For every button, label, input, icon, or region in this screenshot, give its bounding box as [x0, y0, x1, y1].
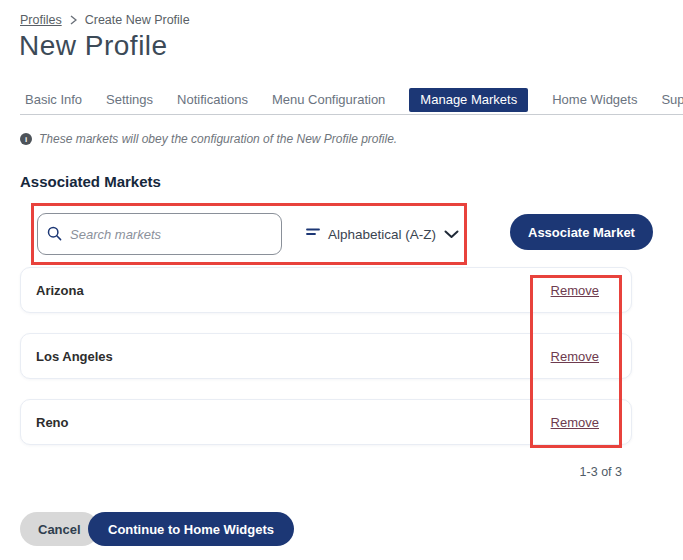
page-title: New Profile	[19, 30, 168, 62]
breadcrumb-link-profiles[interactable]: Profiles	[20, 13, 62, 27]
search-field-wrap	[37, 213, 282, 255]
remove-link[interactable]: Remove	[551, 415, 599, 430]
tab-home-widgets[interactable]: Home Widgets	[552, 88, 637, 112]
market-row: Reno Remove	[20, 399, 632, 445]
tab-menu-configuration[interactable]: Menu Configuration	[272, 88, 385, 112]
breadcrumb: Profiles Create New Profile	[20, 13, 190, 27]
sort-icon	[306, 225, 320, 243]
market-name: Arizona	[36, 283, 84, 298]
market-row: Los Angeles Remove	[20, 333, 632, 379]
pagination-status: 1-3 of 3	[580, 465, 622, 479]
chevron-right-icon	[70, 15, 77, 25]
info-icon: i	[20, 133, 32, 145]
tab-divider	[20, 114, 683, 115]
cancel-button[interactable]: Cancel	[20, 512, 99, 546]
info-note-text: These markets will obey the configuratio…	[39, 132, 397, 146]
tab-basic-info[interactable]: Basic Info	[25, 88, 82, 112]
tab-bar: Basic Info Settings Notifications Menu C…	[25, 88, 683, 112]
search-input[interactable]	[37, 213, 282, 255]
continue-to-home-widgets-button[interactable]: Continue to Home Widgets	[88, 512, 294, 546]
remove-link[interactable]: Remove	[551, 349, 599, 364]
breadcrumb-current: Create New Profile	[85, 13, 190, 27]
sort-dropdown[interactable]: Alphabetical (A-Z)	[306, 222, 459, 246]
section-title: Associated Markets	[20, 173, 161, 190]
chevron-down-icon	[444, 225, 459, 243]
tab-manage-markets[interactable]: Manage Markets	[409, 88, 528, 112]
tab-support[interactable]: Support	[661, 88, 683, 112]
info-note: i These markets will obey the configurat…	[20, 132, 397, 146]
remove-link[interactable]: Remove	[551, 283, 599, 298]
tab-settings[interactable]: Settings	[106, 88, 153, 112]
tab-notifications[interactable]: Notifications	[177, 88, 248, 112]
market-name: Reno	[36, 415, 69, 430]
market-name: Los Angeles	[36, 349, 113, 364]
sort-label: Alphabetical (A-Z)	[328, 227, 436, 242]
associate-market-button[interactable]: Associate Market	[510, 214, 653, 250]
manage-markets-page: Profiles Create New Profile New Profile …	[0, 0, 683, 560]
market-row: Arizona Remove	[20, 267, 632, 313]
